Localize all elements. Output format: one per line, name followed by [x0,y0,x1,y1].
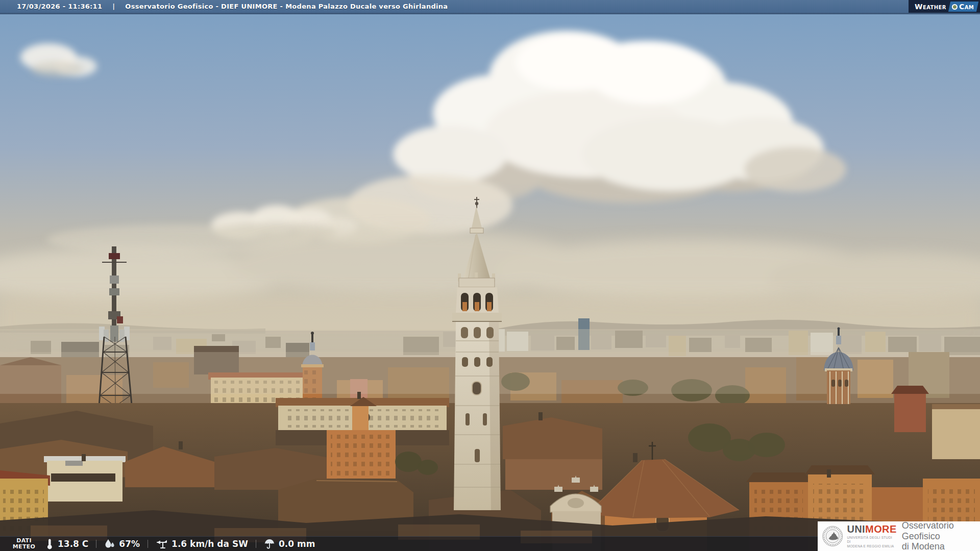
wind-value: 1.6 km/h da SW [172,539,248,549]
top-info-bar: 17/03/2026 - 11:36:11 | Osservatorio Geo… [0,0,980,14]
divider [148,540,148,548]
separator: | [112,3,115,10]
university-caption: UNIVERSITÀ DEGLI STUDI DI MODENA E REGGI… [847,536,896,548]
wind-vane-icon [156,538,168,549]
wind-group: 1.6 km/h da SW [156,538,248,549]
precipitation-group: 0.0 mm [264,538,315,549]
humidity-group: 67% [104,538,140,549]
unimore-wordmark: UNIMORE UNIVERSITÀ DEGLI STUDI DI MODENA… [847,524,896,548]
weathercam-dot-icon [952,4,958,9]
webcam-title: Osservatorio Geofisico - DIEF UNIMORE - … [125,3,448,10]
unimore-uni-text: UNI [847,523,865,535]
weathercam-cam-box: Cam [948,2,978,12]
unimore-seal-icon [822,524,843,548]
umbrella-icon [264,538,275,549]
webcam-page: 17/03/2026 - 11:36:11 | Osservatorio Geo… [0,0,980,551]
observatory-name: Osservatorio Geofisico di Modena [902,520,980,551]
precipitation-value: 0.0 mm [279,539,315,549]
divider [256,540,256,548]
thermometer-icon [45,538,54,549]
weathercam-logo[interactable]: Weather Cam [909,0,980,13]
temperature-value: 13.8 C [58,539,88,549]
webcam-scene [0,0,980,551]
humidity-value: 67% [119,539,140,549]
datetime-label: 17/03/2026 - 11:36:11 [17,3,102,10]
dati-meteo-label: DATI METEO [9,538,39,550]
weathercam-weather-label: Weather [915,3,946,11]
unimore-more-text: MORE [865,523,897,535]
divider [96,540,96,548]
temperature-group: 13.8 C [45,538,88,549]
weathercam-cam-label: Cam [959,3,974,11]
unimore-logo[interactable]: UNIMORE UNIVERSITÀ DEGLI STUDI DI MODENA… [818,521,980,551]
droplets-icon [104,538,115,549]
